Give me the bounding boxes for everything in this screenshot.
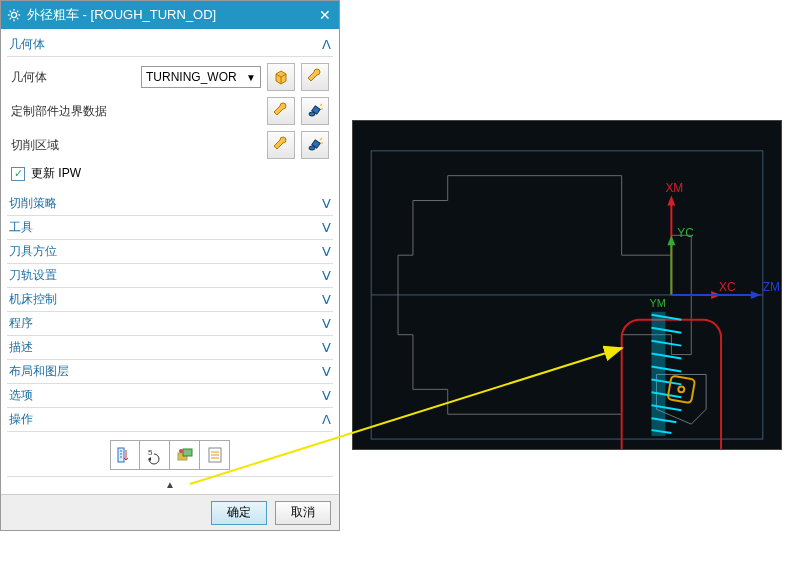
custom-part-label: 定制部件边界数据 bbox=[11, 103, 261, 120]
dropdown-arrow-icon: ▼ bbox=[246, 72, 256, 83]
operations-body: 5 bbox=[7, 432, 333, 476]
axis-yc-label: YC bbox=[677, 226, 694, 240]
generate-button[interactable] bbox=[110, 440, 140, 470]
geometry-label: 几何体 bbox=[11, 69, 141, 86]
gear-icon bbox=[7, 8, 21, 22]
cut-region-flashlight-button[interactable] bbox=[301, 131, 329, 159]
geometry-select[interactable]: TURNING_WOR ▼ bbox=[141, 66, 261, 88]
svg-line-5 bbox=[10, 11, 11, 12]
verify-icon bbox=[175, 445, 195, 465]
svg-line-19 bbox=[320, 138, 322, 140]
section-geometry-label: 几何体 bbox=[9, 36, 322, 53]
axis-xm-label: XM bbox=[665, 181, 683, 195]
section-options[interactable]: 选项ᐯ bbox=[7, 384, 333, 408]
chevron-down-icon: ᐯ bbox=[322, 340, 331, 355]
triangle-up-icon: ▲ bbox=[165, 479, 175, 490]
svg-marker-44 bbox=[751, 291, 761, 299]
chevron-down-icon: ᐯ bbox=[322, 268, 331, 283]
svg-point-0 bbox=[11, 12, 16, 17]
custom-part-flashlight-button[interactable] bbox=[301, 97, 329, 125]
custom-part-wrench-button[interactable] bbox=[267, 97, 295, 125]
section-strategy[interactable]: 切削策略ᐯ bbox=[7, 192, 333, 216]
cube-icon bbox=[272, 68, 290, 86]
svg-rect-55 bbox=[651, 312, 665, 436]
collapse-bar[interactable]: ▲ bbox=[7, 476, 333, 492]
rough-turn-dialog: 外径粗车 - [ROUGH_TURN_OD] ✕ 几何体 ᐱ 几何体 TURNI… bbox=[0, 0, 340, 531]
chevron-down-icon: ᐯ bbox=[322, 316, 331, 331]
close-button[interactable]: ✕ bbox=[317, 7, 333, 23]
chevron-down-icon: ᐯ bbox=[322, 244, 331, 259]
verify-button[interactable] bbox=[170, 440, 200, 470]
cut-region-wrench-button[interactable] bbox=[267, 131, 295, 159]
svg-point-29 bbox=[179, 449, 183, 453]
section-description[interactable]: 描述ᐯ bbox=[7, 336, 333, 360]
graphics-viewport[interactable]: XM YC YM XC ZM bbox=[352, 120, 782, 450]
section-program[interactable]: 程序ᐯ bbox=[7, 312, 333, 336]
geometry-select-value: TURNING_WOR bbox=[146, 70, 237, 84]
section-machine-control[interactable]: 机床控制ᐯ bbox=[7, 288, 333, 312]
axis-ym-label: YM bbox=[649, 297, 665, 309]
chevron-down-icon: ᐯ bbox=[322, 220, 331, 235]
section-path-settings[interactable]: 刀轨设置ᐯ bbox=[7, 264, 333, 288]
chevron-up-icon: ᐱ bbox=[322, 412, 331, 427]
cancel-button[interactable]: 取消 bbox=[275, 501, 331, 525]
svg-rect-28 bbox=[183, 449, 192, 456]
chevron-down-icon: ᐯ bbox=[322, 292, 331, 307]
wrench-icon bbox=[306, 68, 324, 86]
flashlight-icon bbox=[306, 102, 324, 120]
section-layout-layers[interactable]: 布局和图层ᐯ bbox=[7, 360, 333, 384]
dialog-title: 外径粗车 - [ROUGH_TURN_OD] bbox=[27, 6, 317, 24]
chevron-down-icon: ᐯ bbox=[322, 364, 331, 379]
section-tool-orient[interactable]: 刀具方位ᐯ bbox=[7, 240, 333, 264]
section-operations[interactable]: 操作ᐱ bbox=[7, 408, 333, 432]
svg-point-57 bbox=[678, 386, 684, 392]
section-tool[interactable]: 工具ᐯ bbox=[7, 216, 333, 240]
geometry-wrench-button[interactable] bbox=[301, 63, 329, 91]
chevron-down-icon: ᐯ bbox=[322, 196, 331, 211]
svg-line-15 bbox=[320, 104, 322, 106]
geometry-edit-button[interactable] bbox=[267, 63, 295, 91]
ok-button[interactable]: 确定 bbox=[211, 501, 267, 525]
svg-marker-38 bbox=[667, 196, 675, 206]
wrench-icon bbox=[272, 136, 290, 154]
svg-line-6 bbox=[17, 18, 18, 19]
axis-xc-label: XC bbox=[719, 280, 736, 294]
flashlight-icon bbox=[306, 136, 324, 154]
section-geometry[interactable]: 几何体 ᐱ bbox=[7, 33, 333, 57]
list-icon bbox=[205, 445, 225, 465]
titlebar: 外径粗车 - [ROUGH_TURN_OD] ✕ bbox=[1, 1, 339, 29]
generate-icon bbox=[115, 445, 135, 465]
replay-button[interactable]: 5 bbox=[140, 440, 170, 470]
svg-marker-40 bbox=[667, 235, 675, 245]
replay-icon: 5 bbox=[145, 445, 165, 465]
cut-region-label: 切削区域 bbox=[11, 137, 261, 154]
svg-line-7 bbox=[10, 18, 11, 19]
svg-rect-21 bbox=[118, 448, 124, 462]
svg-text:5: 5 bbox=[148, 448, 153, 457]
update-ipw-checkbox[interactable]: ✓ bbox=[11, 167, 25, 181]
viewport-svg: XM YC YM XC ZM bbox=[353, 121, 781, 449]
chevron-down-icon: ᐯ bbox=[322, 388, 331, 403]
chevron-up-icon: ᐱ bbox=[322, 37, 331, 52]
section-geometry-body: 几何体 TURNING_WOR ▼ 定制部件边界数据 bbox=[7, 57, 333, 192]
axis-zm-label: ZM bbox=[763, 280, 780, 294]
svg-line-8 bbox=[17, 11, 18, 12]
update-ipw-label: 更新 IPW bbox=[31, 165, 81, 182]
svg-rect-56 bbox=[667, 376, 695, 404]
wrench-icon bbox=[272, 102, 290, 120]
list-button[interactable] bbox=[200, 440, 230, 470]
